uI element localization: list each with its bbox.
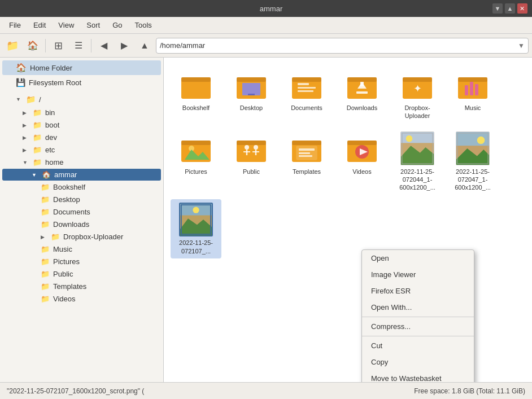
- file-item-documents[interactable]: Documents: [281, 64, 332, 124]
- ctx-cut[interactable]: Cut: [362, 337, 474, 354]
- sidebar-item-dev[interactable]: ▶ 📁 dev: [2, 131, 161, 143]
- bookshelf-label: Bookshelf: [182, 104, 210, 112]
- pictures-icon: 📁: [41, 257, 50, 266]
- icon-view-button[interactable]: ⊞: [49, 37, 67, 55]
- svg-rect-9: [298, 87, 316, 89]
- addressbar-wrapper: ▼: [156, 38, 529, 54]
- ctx-image-viewer[interactable]: Image Viewer: [362, 266, 474, 283]
- ctx-copy[interactable]: Copy: [362, 354, 474, 370]
- ctx-compress[interactable]: Compress...: [362, 318, 474, 335]
- sidebar-item-downloads-label: Downloads: [53, 220, 89, 229]
- documents-label: Documents: [291, 104, 322, 112]
- titlebar-controls: ▼ ▲ ✕: [492, 3, 527, 14]
- back-button[interactable]: ◀: [95, 37, 113, 55]
- list-view-button[interactable]: ☰: [69, 37, 88, 55]
- titlebar: ammar ▼ ▲ ✕: [0, 0, 532, 17]
- pictures-folder-icon: [179, 131, 213, 165]
- svg-rect-8: [298, 83, 309, 85]
- file-item-videos[interactable]: Videos: [337, 128, 387, 195]
- toolbar-separator-2: [91, 39, 91, 52]
- videos-folder-icon: [345, 131, 379, 165]
- sidebar-item-bin[interactable]: ▶ 📁 bin: [2, 107, 161, 119]
- file-item-templates[interactable]: Templates: [281, 128, 332, 195]
- file-item-downloads[interactable]: Downloads: [337, 64, 387, 124]
- templates-icon: 📁: [41, 282, 50, 291]
- menubar: File Edit View Sort Go Tools: [0, 17, 532, 34]
- dropbox-folder-icon: ✦: [400, 68, 434, 102]
- menu-go[interactable]: Go: [107, 19, 128, 32]
- sidebar-item-desktop[interactable]: 📁 Desktop: [2, 194, 161, 205]
- bookshelf-folder-icon: [179, 68, 213, 102]
- sidebar-item-dropbox-label: Dropbox-Uploader: [63, 233, 123, 241]
- image-1-label: 2022-11-25-072044_1-600x1200_...: [394, 168, 441, 192]
- ctx-open[interactable]: Open: [362, 250, 474, 266]
- sidebar-item-home-label: home: [45, 158, 64, 166]
- sidebar-item-etc[interactable]: ▶ 📁 etc: [2, 144, 161, 156]
- file-item-pictures[interactable]: Pictures: [171, 128, 221, 195]
- svg-rect-12: [347, 77, 377, 82]
- sidebar-item-boot[interactable]: ▶ 📁 boot: [2, 119, 161, 131]
- documents-icon: 📁: [41, 208, 50, 216]
- sidebar-item-etc-label: etc: [45, 146, 55, 154]
- sidebar-item-public-label: Public: [53, 270, 73, 278]
- svg-rect-0: [181, 80, 211, 99]
- minimize-button[interactable]: ▼: [492, 3, 503, 14]
- home-button[interactable]: 🏠: [24, 37, 42, 55]
- up-button[interactable]: ▲: [136, 37, 154, 55]
- ctx-firefox-esr[interactable]: Firefox ESR: [362, 283, 474, 299]
- svg-rect-10: [298, 90, 313, 92]
- expand-dev-arrow: ▶: [23, 135, 29, 141]
- menu-tools[interactable]: Tools: [129, 19, 158, 32]
- sidebar-home-folder[interactable]: 🏠 Home Folder: [2, 60, 161, 75]
- main-layout: 🏠 Home Folder 💾 Filesystem Root ▼ 📁 / ▶ …: [0, 58, 532, 382]
- sidebar-item-music[interactable]: 📁 Music: [2, 243, 161, 255]
- sidebar-item-dropbox[interactable]: ▶ 📁 Dropbox-Uploader: [2, 231, 161, 243]
- sidebar-item-pictures-label: Pictures: [53, 257, 80, 266]
- close-button[interactable]: ✕: [517, 3, 527, 14]
- ctx-open-with[interactable]: Open With...: [362, 299, 474, 315]
- sidebar-item-public[interactable]: 📁 Public: [2, 268, 161, 280]
- svg-rect-39: [299, 148, 315, 151]
- forward-button[interactable]: ▶: [115, 37, 133, 55]
- sidebar-item-ammar[interactable]: ▼ 🏠 ammar: [2, 169, 161, 181]
- sidebar-item-templates[interactable]: 📁 Templates: [2, 280, 161, 292]
- menu-view[interactable]: View: [53, 19, 80, 32]
- sidebar-item-pictures[interactable]: 📁 Pictures: [2, 256, 161, 268]
- image-3-label: 2022-11-25-072107_...: [173, 239, 219, 255]
- file-item-dropbox[interactable]: ✦ Dropbox-Uploader: [392, 64, 443, 124]
- maximize-button[interactable]: ▲: [505, 3, 515, 14]
- sidebar-tree: ▼ 📁 / ▶ 📁 bin ▶ 📁 boot ▶ 📁 dev: [0, 93, 163, 305]
- addressbar-dropdown-arrow[interactable]: ▼: [518, 42, 525, 50]
- sidebar-filesystem-root[interactable]: 💾 Filesystem Root: [2, 76, 161, 89]
- file-item-image-3[interactable]: 2022-11-25-072107_...: [171, 199, 221, 258]
- file-item-image-2[interactable]: 2022-11-25-072047_1-600x1200_...: [447, 128, 498, 195]
- downloads-icon: 📁: [41, 220, 50, 229]
- file-item-public[interactable]: Public: [226, 128, 277, 195]
- ctx-move-to-wastebasket[interactable]: Move to Wastebasket: [362, 370, 474, 382]
- svg-point-58: [193, 207, 199, 213]
- sidebar-item-videos[interactable]: 📁 Videos: [2, 293, 161, 305]
- file-item-image-1[interactable]: 2022-11-25-072044_1-600x1200_...: [392, 128, 443, 195]
- sidebar-tree-root[interactable]: ▼ 📁 /: [2, 93, 161, 106]
- videos-icon: 📁: [41, 295, 50, 303]
- new-folder-button[interactable]: 📁: [3, 37, 21, 55]
- image-1-thumb: [400, 131, 434, 165]
- sidebar-item-music-label: Music: [53, 245, 72, 253]
- sidebar-item-bookshelf[interactable]: 📁 Bookshelf: [2, 181, 161, 193]
- menu-edit[interactable]: Edit: [28, 19, 51, 32]
- menu-file[interactable]: File: [3, 19, 27, 32]
- file-item-bookshelf[interactable]: Bookshelf: [171, 64, 221, 124]
- sidebar-item-home[interactable]: ▼ 📁 home: [2, 156, 161, 168]
- public-label: Public: [243, 168, 260, 176]
- file-item-music[interactable]: Music: [447, 64, 498, 124]
- sidebar-item-documents[interactable]: 📁 Documents: [2, 206, 161, 218]
- svg-point-30: [245, 145, 249, 150]
- etc-icon: 📁: [33, 146, 42, 154]
- file-item-desktop[interactable]: Desktop: [226, 64, 277, 124]
- public-icon: 📁: [41, 270, 50, 278]
- expand-root-arrow: ▼: [16, 97, 23, 102]
- addressbar-input[interactable]: [160, 41, 518, 50]
- menu-sort[interactable]: Sort: [81, 19, 106, 32]
- sidebar-item-downloads[interactable]: 📁 Downloads: [2, 218, 161, 230]
- svg-rect-4: [242, 83, 260, 95]
